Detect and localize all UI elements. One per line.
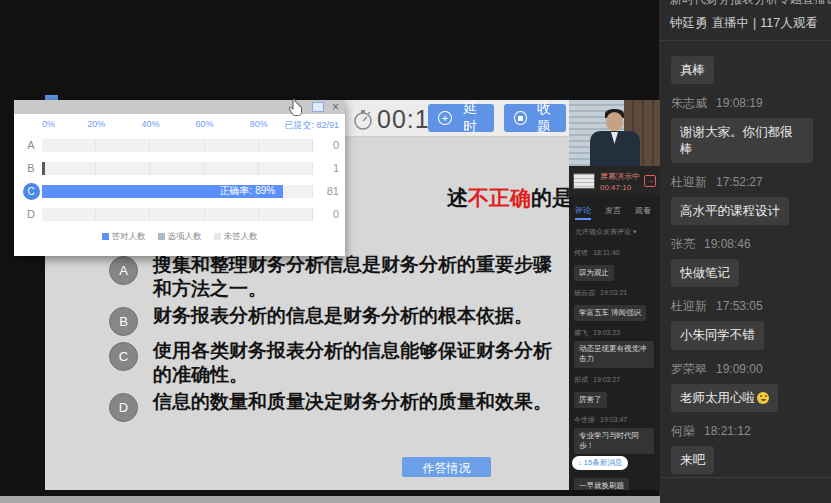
stream-header: 新时代财务报表分析专题直播课 钟廷勇直播中|117人观看 bbox=[659, 0, 831, 41]
new-messages-pill[interactable]: ↓ 15条新消息 bbox=[572, 456, 628, 470]
bar-fill bbox=[42, 162, 45, 175]
comment-meta: 今世缘19:03:47 bbox=[574, 415, 654, 425]
answer-status-button[interactable]: 作答情况 bbox=[402, 457, 491, 477]
bar-value: 0 bbox=[313, 208, 339, 220]
chat-author: 朱志威 bbox=[671, 96, 707, 110]
close-icon[interactable]: × bbox=[332, 102, 339, 112]
poll-ticks: 0%20%40%60%80% bbox=[42, 119, 313, 134]
comment-author: 杨云霞 bbox=[574, 289, 595, 296]
tab-观看[interactable]: 观看 bbox=[635, 205, 651, 220]
chat-bubble: 小朱同学不错 bbox=[671, 321, 764, 349]
axis-tick-label: 80% bbox=[250, 119, 268, 129]
chat-author: 杜迎新 bbox=[671, 175, 707, 189]
live-class-window: 00:17 + 延时 收题 述不正确的是 A搜集和整理财务分析信息是财务分析的重… bbox=[0, 0, 831, 503]
option-row[interactable]: D信息的数量和质量决定财务分析的质量和效果。 bbox=[109, 390, 564, 422]
chat-meta: 何燊18:21:12 bbox=[671, 423, 819, 440]
chat-input-area[interactable] bbox=[659, 477, 831, 503]
chat-time: 19:08:19 bbox=[716, 96, 763, 110]
bar-value: 1 bbox=[313, 162, 339, 174]
chat-bubble: 老师太用心啦 bbox=[671, 384, 778, 412]
stop-circle-icon bbox=[514, 111, 527, 125]
legend-swatch-icon bbox=[102, 233, 109, 240]
chat-time: 17:53:05 bbox=[716, 299, 763, 313]
poll-bar-row: A0 bbox=[20, 134, 339, 156]
comments-permission-note[interactable]: 允许观众发表评论 ▾ bbox=[568, 223, 660, 241]
chat-time: 18:21:12 bbox=[704, 424, 751, 438]
option-row[interactable]: A搜集和整理财务分析信息是财务分析的重要步骤和方法之一。 bbox=[109, 253, 564, 301]
screenshare-status: 屏幕演示中 bbox=[600, 171, 640, 182]
comment-bubble: 厉害了 bbox=[574, 392, 607, 408]
comment-time: 19:03:27 bbox=[593, 376, 620, 383]
option-text: 财务报表分析的信息是财务分析的根本依据。 bbox=[153, 304, 533, 336]
option-letter-badge: A bbox=[109, 256, 138, 285]
comment-meta: 杨云霞19:03:21 bbox=[574, 288, 654, 298]
stopwatch-icon bbox=[353, 108, 373, 132]
comments-tabs: 评论发言观看 bbox=[568, 196, 660, 223]
comment-author: 邵成 bbox=[574, 376, 588, 383]
comment-time: 19:03:47 bbox=[600, 416, 627, 423]
chat-bubble: 真棒 bbox=[671, 56, 714, 84]
caret-down-icon: ▾ bbox=[633, 228, 637, 235]
comment-bubble: 学富五车 博闻强识 bbox=[574, 305, 646, 321]
option-text: 信息的数量和质量决定财务分析的质量和效果。 bbox=[153, 390, 552, 422]
comment-time: 19:03:21 bbox=[600, 289, 627, 296]
chat-meta: 朱志威19:08:19 bbox=[671, 95, 819, 112]
chat-meta: 罗荣翠19:09:00 bbox=[671, 361, 819, 378]
presenter-video-tile[interactable] bbox=[568, 100, 660, 166]
comment-time: 18:11:40 bbox=[593, 249, 620, 256]
bottom-taskbar-strip bbox=[0, 496, 660, 503]
chat-bubble: 快做笔记 bbox=[671, 259, 739, 287]
axis-tick-label: 20% bbox=[87, 119, 105, 129]
maximize-icon[interactable] bbox=[312, 102, 324, 112]
tab-发言[interactable]: 发言 bbox=[605, 205, 621, 220]
option-row[interactable]: B财务报表分析的信息是财务分析的根本依据。 bbox=[109, 304, 564, 336]
screenshare-thumbnail[interactable] bbox=[573, 173, 595, 189]
exit-screenshare-icon[interactable]: → bbox=[644, 175, 656, 187]
chat-bubble: 高水平的课程设计 bbox=[671, 197, 789, 225]
legend-swatch-icon bbox=[214, 233, 221, 240]
chat-author: 罗荣翠 bbox=[671, 362, 707, 376]
axis-tick-label: 40% bbox=[141, 119, 159, 129]
hand-cursor bbox=[288, 99, 304, 118]
category-label: C bbox=[23, 183, 40, 200]
screenshare-status-bar: 屏幕演示中 00:47:10 → bbox=[568, 166, 660, 196]
poll-chart: 0%20%40%60%80% 已提交: 82/91 A0B1C正确率: 89%8… bbox=[14, 114, 345, 243]
collect-question-button[interactable]: 收题 bbox=[504, 104, 566, 132]
comments-panel: 评论发言观看 允许观众发表评论 ▾ 何煜18:11:40叹为观止杨云霞19:03… bbox=[568, 196, 660, 490]
bar-track bbox=[42, 139, 313, 152]
comment-author: 何煜 bbox=[574, 249, 588, 256]
option-row[interactable]: C使用各类财务报表分析的信息能够保证财务分析的准确性。 bbox=[109, 339, 564, 387]
comment-meta: 何煜18:11:40 bbox=[574, 248, 654, 258]
chat-time: 17:52:27 bbox=[716, 175, 763, 189]
option-letter-badge: B bbox=[109, 307, 138, 336]
chat-meta: 杜迎新17:52:27 bbox=[671, 174, 819, 191]
legend-item: 选项人数 bbox=[158, 231, 202, 243]
poll-bar-row: C正确率: 89%81 bbox=[20, 180, 339, 202]
extend-time-label: 延时 bbox=[457, 100, 484, 136]
category-label: B bbox=[27, 162, 34, 174]
legend-item: 答对人数 bbox=[102, 231, 146, 243]
bar-track bbox=[42, 162, 313, 175]
extend-time-button[interactable]: + 延时 bbox=[428, 104, 494, 132]
axis-tick-label: 60% bbox=[196, 119, 214, 129]
chat-author: 何燊 bbox=[671, 424, 695, 438]
comment-author: 今世缘 bbox=[574, 416, 595, 423]
collect-question-label: 收题 bbox=[532, 100, 557, 136]
tab-评论[interactable]: 评论 bbox=[575, 205, 591, 220]
options-list: A搜集和整理财务分析信息是财务分析的重要步骤和方法之一。B财务报表分析的信息是财… bbox=[109, 253, 564, 425]
comment-author: 滕飞 bbox=[574, 329, 588, 336]
live-status: 直播中 bbox=[712, 16, 750, 30]
option-letter-badge: D bbox=[109, 393, 138, 422]
question-highlight: 不正确 bbox=[468, 186, 531, 209]
chat-author: 杜迎新 bbox=[671, 299, 707, 313]
chat-meta: 张亮19:08:46 bbox=[671, 236, 819, 253]
bar-fill: 正确率: 89% bbox=[42, 185, 283, 198]
bar-value: 81 bbox=[313, 185, 339, 197]
comments-list: 何煜18:11:40叹为观止杨云霞19:03:21学富五车 博闻强识滕飞19:0… bbox=[568, 248, 660, 490]
poll-legend: 答对人数选项人数未答人数 bbox=[20, 231, 339, 243]
chat-message-list[interactable]: 真棒朱志威19:08:19谢谢大家。你们都很棒杜迎新17:52:27高水平的课程… bbox=[659, 41, 831, 503]
screenshare-duration: 00:47:10 bbox=[600, 183, 640, 192]
comment-meta: 滕飞19:03:23 bbox=[574, 328, 654, 338]
bar-track bbox=[42, 208, 313, 221]
chat-time: 19:09:00 bbox=[716, 362, 763, 376]
